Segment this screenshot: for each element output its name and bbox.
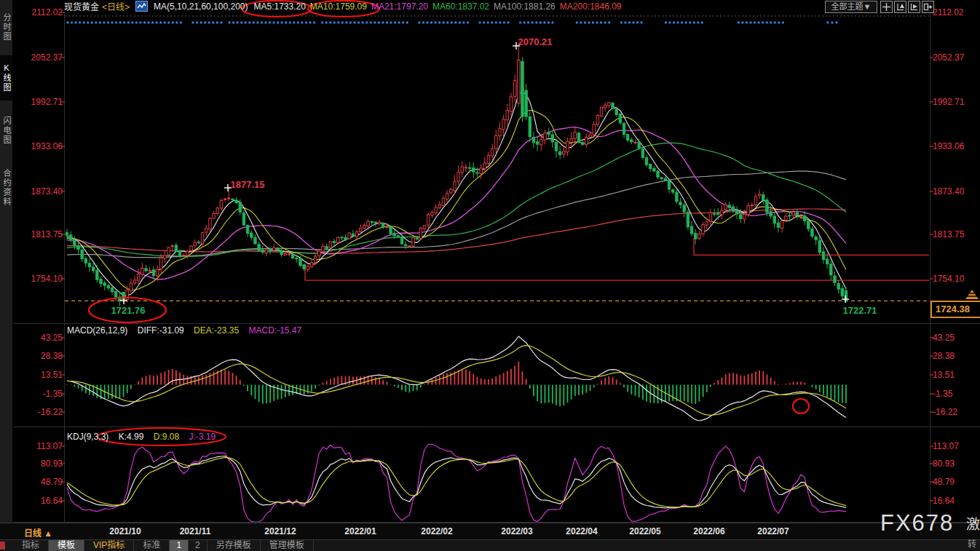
sidebar-item-合约资料[interactable]: 合约资料 (0, 159, 12, 217)
date-label: 2021/10 (96, 526, 154, 536)
ma-value: MA5:1733.20 (253, 1, 305, 12)
date-axis-row: 日线 ▲ 2021/102021/112021/122022/012022/02… (0, 523, 980, 540)
price-axis-tick: 1813.75 (933, 229, 976, 240)
template-toolbar: 指标模板VIP指标标准12另存模板管理模板 (0, 539, 980, 551)
macd-diff-value: DIFF:-31.09 (138, 325, 184, 336)
chart-canvas[interactable] (0, 0, 980, 551)
kdj-axis-tick: 80.93 (933, 458, 976, 469)
symbol-name[interactable]: 现货黄金 (64, 0, 99, 12)
ma100-line (67, 171, 846, 258)
trading-app-window: 分时图K线图闪电图合约资料 现货黄金 <日线> MA(5,10,21,60,10… (0, 0, 980, 551)
crosshair-icon[interactable] (880, 1, 893, 13)
ma-value: MA10:1759.09 (310, 1, 367, 12)
indicator-topbar: 现货黄金 <日线> MA(5,10,21,60,100,200) MA5:173… (64, 0, 626, 12)
kdj-axis-tick: 48.79 (933, 476, 976, 488)
price-annotation: 1721.76 (111, 305, 146, 316)
ma10-line (67, 110, 846, 290)
date-label: 2021/12 (251, 526, 309, 536)
chart-type-sidebar: 分时图K线图闪电图合约资料 (0, 0, 13, 523)
toolbar-item-模板[interactable]: 模板 (49, 540, 84, 551)
period-selector[interactable]: 日线 ▲ (24, 526, 52, 539)
sidebar-item-闪电图[interactable]: 闪电图 (0, 108, 12, 153)
price-axis-tick: 1873.40 (22, 186, 63, 197)
macd-title[interactable]: MACD(26,12,9) (67, 325, 127, 336)
axis-right-icon[interactable] (908, 1, 920, 13)
sidebar-item-分时图[interactable]: 分时图 (0, 3, 12, 51)
price-axis-tick: 1754.10 (933, 273, 976, 285)
date-label: 2022/03 (488, 526, 546, 536)
macd-axis-tick: 13.51 (933, 369, 976, 381)
macd-axis-tick: 28.38 (933, 350, 976, 362)
ma-value: MA21:1797.20 (371, 1, 428, 12)
drawn-annotations (89, 1, 809, 445)
ma200-line (67, 209, 846, 253)
kdj-d-value: D:9.08 (154, 432, 179, 442)
macd-axis-tick: 28.38 (22, 350, 63, 362)
price-axis-tick: 1813.75 (22, 229, 63, 240)
kdj-panel (67, 444, 846, 522)
price-axis-tick: 1754.10 (22, 273, 63, 285)
macd-axis-tick: 43.25 (933, 332, 976, 344)
macd-value: MACD:-15.47 (248, 325, 301, 336)
price-annotation: 1722.71 (843, 305, 877, 316)
date-label: 2022/07 (744, 526, 802, 536)
toolbar-item-管理模板[interactable]: 管理模板 (261, 540, 314, 551)
price-axis-tick: 1873.40 (933, 186, 976, 197)
macd-header: MACD(26,12,9) DIFF:-31.09 DEA:-23.35 MAC… (67, 325, 309, 336)
sidebar-item-K线图[interactable]: K线图 (0, 55, 12, 100)
date-label: 2022/04 (553, 526, 611, 536)
toolbar-item-指标[interactable]: 指标 (13, 540, 49, 551)
date-label: 2022/01 (331, 526, 390, 536)
toolbar-item-VIP指标[interactable]: VIP指标 (84, 540, 134, 551)
price-annotation: 1877.15 (231, 179, 265, 190)
ma-settings-label[interactable]: MA(5,10,21,60,100,200) (154, 1, 248, 12)
kdj-axis-tick: 16.64 (933, 495, 976, 507)
corner-icon (0, 542, 5, 550)
date-label: 2022/02 (408, 526, 466, 536)
macd-axis-tick: -16.22 (22, 406, 63, 418)
macd-axis-tick: 13.51 (22, 369, 63, 381)
ma60-line (67, 143, 846, 256)
price-axis-tick: 1933.06 (22, 140, 63, 152)
kdj-axis-tick: 16.64 (22, 495, 63, 507)
kline-chart-icon[interactable] (135, 1, 148, 12)
price-axis-tick: 1992.71 (933, 96, 976, 108)
edge-text-lower: 转 (968, 537, 976, 550)
kdj-j-value: J:-3.19 (189, 432, 216, 442)
period-tag[interactable]: <日线> (102, 0, 130, 12)
theme-dropdown-button[interactable]: 全部主题▼ (825, 1, 877, 13)
ma5-line (67, 93, 846, 296)
date-label: 2022/06 (680, 526, 738, 536)
macd-axis-tick: -1.35 (22, 388, 63, 400)
kdj-axis-tick: 113.07 (933, 440, 976, 452)
price-panel (65, 42, 929, 306)
toolbar-item-标准[interactable]: 标准 (134, 540, 170, 551)
kdj-k-value: K:4.99 (119, 432, 144, 442)
kdj-axis-tick: 80.93 (22, 458, 63, 469)
price-axis-tick: 2112.02 (933, 7, 976, 18)
macd-axis-tick: -1.35 (933, 388, 976, 400)
price-axis-tick: 1933.06 (933, 140, 976, 152)
ma-value-list: MA5:1733.20MA10:1759.09MA21:1797.20MA60:… (253, 1, 625, 12)
toolbar-item-另存模板[interactable]: 另存模板 (208, 540, 261, 551)
price-axis-tick: 2052.37 (933, 52, 976, 63)
toolbar-item-2[interactable]: 2 (189, 540, 208, 551)
price-axis-tick: 2112.02 (22, 7, 63, 18)
toolbar-item-1[interactable]: 1 (170, 540, 189, 551)
k-line (67, 456, 846, 509)
j-line (67, 444, 846, 522)
kdj-header: KDJ(9,3,3) K:4.99 D:9.08 J:-3.19 (67, 431, 223, 443)
price-axis-tick: 2052.37 (22, 52, 63, 63)
axis-up-icon[interactable] (894, 1, 906, 13)
ma-value: MA60:1837.02 (432, 1, 489, 12)
macd-panel (67, 336, 846, 421)
macd-axis-tick: -16.22 (933, 406, 976, 418)
current-price-badge: 1724.38 (930, 301, 980, 318)
kdj-title[interactable]: KDJ(9,3,3) (67, 432, 108, 442)
date-label: 2021/11 (166, 526, 224, 536)
price-annotation: 2070.21 (518, 36, 553, 47)
kdj-axis-tick: 48.79 (22, 476, 63, 488)
price-axis-tick: 1992.71 (22, 96, 63, 108)
macd-dea-value: DEA:-23.35 (194, 325, 239, 336)
kdj-axis-tick: 113.07 (22, 440, 63, 452)
